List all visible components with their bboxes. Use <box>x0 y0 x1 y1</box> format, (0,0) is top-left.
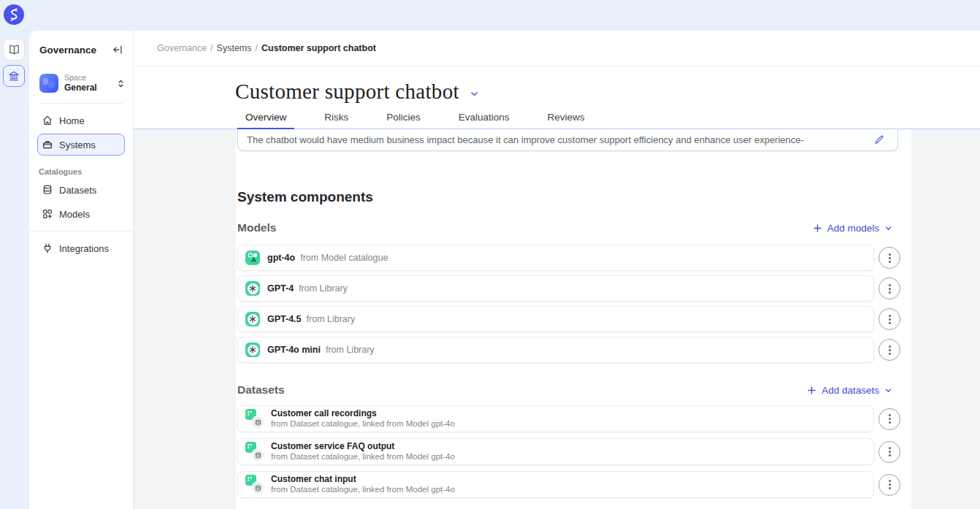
model-source: from Model catalogue <box>300 253 388 263</box>
model-source: from Library <box>307 314 356 324</box>
models-heading: Models <box>237 221 276 234</box>
model-more-options-button[interactable] <box>878 308 900 330</box>
sidebar-title: Governance <box>39 45 96 56</box>
page-title: Customer support chatbot <box>235 80 459 104</box>
model-source: from Library <box>326 345 375 355</box>
model-name: gpt-4o <box>267 253 295 263</box>
openai-library-icon <box>245 312 260 326</box>
dataset-name: Customer service FAQ output <box>271 441 455 451</box>
plus-icon <box>807 386 816 395</box>
main-panel: Governance / Systems / Customer support … <box>134 31 980 509</box>
model-row: GPT-4o mini from Library <box>236 337 911 363</box>
model-more-options-button[interactable] <box>878 339 900 361</box>
dataset-name: Customer chat input <box>271 474 455 484</box>
overview-content[interactable]: The chatbot would have medium business i… <box>134 129 980 509</box>
sidebar-item-datasets[interactable]: Datasets <box>37 179 125 201</box>
openai-library-icon <box>245 342 260 357</box>
datasets-list: Customer call recordings from Dataset ca… <box>236 405 911 498</box>
sidebar-item-integrations[interactable]: Integrations <box>37 237 125 259</box>
add-datasets-button[interactable]: Add datasets <box>807 385 892 396</box>
brand-logo-icon <box>4 4 24 25</box>
breadcrumb-separator: / <box>256 43 258 53</box>
dataset-row: Customer call recordings from Dataset ca… <box>236 405 911 432</box>
brand-logo[interactable] <box>4 4 24 25</box>
breadcrumb-item-systems[interactable]: Systems <box>217 43 252 53</box>
dataset-row: Customer chat input from Dataset catalog… <box>236 471 911 498</box>
sidebar-item-label: Models <box>59 209 90 220</box>
model-card-gpt-4-5[interactable]: GPT-4.5 from Library <box>237 306 874 332</box>
tab-evaluations[interactable]: Evaluations <box>451 107 518 130</box>
tab-label: Policies <box>386 112 421 123</box>
systems-icon <box>42 139 53 150</box>
model-row: GPT-4.5 from Library <box>236 306 911 332</box>
model-catalogue-icon: A <box>245 250 260 265</box>
governance-rail-button[interactable] <box>3 65 25 87</box>
model-card-gpt-4[interactable]: GPT-4 from Library <box>237 275 874 302</box>
kebab-icon <box>889 288 891 290</box>
dataset-icon <box>245 475 264 494</box>
tab-label: Reviews <box>548 112 585 123</box>
impact-note-card: The chatbot would have medium business i… <box>237 129 898 151</box>
plus-icon <box>813 223 822 233</box>
models-icon <box>42 208 53 220</box>
title-menu-button[interactable] <box>470 89 479 99</box>
sidebar-item-home[interactable]: Home <box>37 110 125 131</box>
sidebar-item-label: Systems <box>59 139 96 150</box>
sidebar-nav: Home Systems Catalogues Datasets <box>29 110 133 259</box>
breadcrumb-item-current: Customer support chatbot <box>261 43 376 53</box>
models-list: A gpt-4o from Model catalogue <box>236 245 911 363</box>
tab-overview[interactable]: Overview <box>237 107 294 130</box>
sidebar-item-systems[interactable]: Systems <box>37 134 125 156</box>
model-name: GPT-4o mini <box>267 345 321 355</box>
space-selector[interactable]: Space General <box>39 73 126 93</box>
model-card-gpt-4o-mini[interactable]: GPT-4o mini from Library <box>237 337 874 363</box>
dataset-more-options-button[interactable] <box>878 408 900 430</box>
sidebar-item-models[interactable]: Models <box>37 203 125 225</box>
collapse-sidebar-button[interactable] <box>112 44 123 56</box>
dataset-icon <box>245 409 264 429</box>
dataset-card-customer-service-faq-output[interactable]: Customer service FAQ output from Dataset… <box>237 438 874 465</box>
tab-label: Risks <box>324 112 348 123</box>
sidebar-item-label: Integrations <box>59 243 109 254</box>
tab-label: Overview <box>245 112 286 123</box>
kebab-icon <box>889 418 891 420</box>
openai-library-icon <box>245 281 260 296</box>
model-source: from Library <box>299 283 348 294</box>
kebab-icon <box>889 318 891 321</box>
dataset-more-options-button[interactable] <box>878 474 900 496</box>
kebab-icon <box>889 451 891 453</box>
integrations-icon <box>42 242 53 254</box>
add-models-button[interactable]: Add models <box>813 223 892 234</box>
chevron-down-icon <box>884 224 892 232</box>
impact-note-text: The chatbot would have medium business i… <box>247 134 870 145</box>
tab-reviews[interactable]: Reviews <box>540 107 593 130</box>
catalogues-section-label: Catalogues <box>39 167 133 176</box>
dataset-more-options-button[interactable] <box>878 441 900 463</box>
governance-sidebar: Governance Space General <box>29 31 134 509</box>
chevron-down-icon <box>884 386 892 394</box>
dataset-name: Customer call recordings <box>271 408 455 418</box>
dataset-card-customer-chat-input[interactable]: Customer chat input from Dataset catalog… <box>237 471 874 498</box>
chevron-down-icon <box>470 89 479 99</box>
dataset-source: from Dataset catalogue, linked from Mode… <box>271 485 455 495</box>
breadcrumb: Governance / Systems / Customer support … <box>134 31 980 66</box>
edit-impact-button[interactable] <box>870 131 887 148</box>
tab-risks[interactable]: Risks <box>316 107 356 130</box>
kebab-icon <box>889 257 891 259</box>
bank-icon <box>8 70 20 82</box>
model-more-options-button[interactable] <box>878 247 900 269</box>
dataset-source: from Dataset catalogue, linked from Mode… <box>271 419 455 429</box>
dataset-icon <box>245 442 264 462</box>
tab-label: Evaluations <box>459 112 510 123</box>
pencil-icon <box>873 134 884 145</box>
breadcrumb-item-governance[interactable]: Governance <box>157 43 207 53</box>
model-card-gpt-4o[interactable]: A gpt-4o from Model catalogue <box>237 245 874 271</box>
sidebar-item-label: Home <box>59 115 85 126</box>
sidebar-divider <box>39 103 123 104</box>
tab-policies[interactable]: Policies <box>378 107 429 130</box>
add-datasets-label: Add datasets <box>822 385 879 396</box>
model-more-options-button[interactable] <box>878 278 900 299</box>
dataset-source: from Dataset catalogue, linked from Mode… <box>271 452 455 462</box>
library-rail-button[interactable] <box>3 39 25 61</box>
dataset-card-customer-call-recordings[interactable]: Customer call recordings from Dataset ca… <box>237 405 874 432</box>
